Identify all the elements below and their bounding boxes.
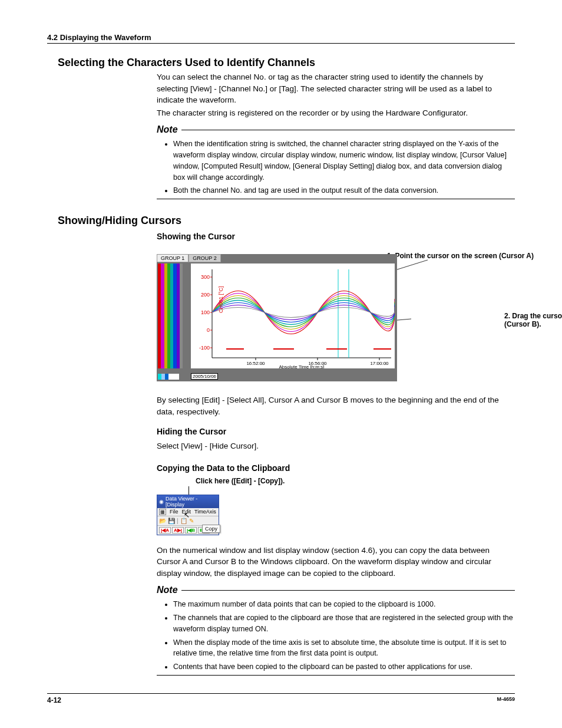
tab-group-1[interactable]: GROUP 1: [157, 254, 189, 262]
mini-titlebar: ◉ Data Viewer - [Display: [157, 495, 219, 508]
heading-selecting-characters: Selecting the Characters Used to Identif…: [58, 57, 515, 69]
waveform-window: GROUP 1 GROUP 2 300 200 100: [157, 254, 397, 381]
copy-tooltip: Copy: [202, 525, 220, 533]
paragraph: You can select the channel No. or tag as…: [157, 71, 515, 106]
waveform-plot[interactable]: 300 200 100 0 -100 16:52:00: [191, 263, 395, 368]
note-item: When the display mode of the time axis i…: [173, 637, 515, 660]
note-label: Note: [157, 124, 178, 135]
subheading-showing-cursor: Showing the Cursor: [157, 230, 515, 242]
cursor-prev-a[interactable]: |◀A: [159, 527, 171, 533]
paragraph: Select [View] - [Hide Cursor].: [157, 440, 515, 452]
cursor-next-a[interactable]: A▶|: [172, 527, 184, 533]
paragraph: On the numerical window and list display…: [157, 545, 515, 579]
note-item: Contents that have been copied to the cl…: [173, 661, 515, 673]
app-icon: ◉: [159, 499, 164, 505]
callout-leader: [189, 486, 189, 495]
menu-timeaxis[interactable]: TimeAxis: [194, 509, 216, 515]
manual-number: M-4659: [497, 696, 515, 704]
page: 4.2 Displaying the Waveform Selecting th…: [0, 0, 562, 728]
paragraph: The character string is registered on th…: [157, 107, 515, 119]
note-block: Note The maximum number of data points t…: [157, 585, 515, 676]
channel-color-strip: [158, 263, 183, 368]
note-end-rule: [157, 675, 515, 676]
note-end-rule: [157, 199, 515, 199]
paragraph: By selecting [Edit] - [Select All], Curs…: [157, 394, 515, 417]
page-number: 4-12: [47, 696, 61, 704]
waveform-illustration: 1. Point the cursor on the screen (Curso…: [157, 254, 498, 381]
note-rule: [181, 130, 515, 130]
heading-showing-hiding-cursors: Showing/Hiding Cursors: [58, 215, 515, 227]
callout-cursor-b-line2: (Cursor B).: [504, 320, 562, 328]
running-header: 4.2 Displaying the Waveform: [47, 33, 515, 44]
body-text: You can select the channel No. or tag as…: [157, 71, 515, 118]
date-indicator: 2005/10/06: [191, 373, 218, 380]
mini-title-text: Data Viewer - [Display: [166, 496, 217, 508]
tab-group-2[interactable]: GROUP 2: [189, 254, 220, 262]
note-item: The channels that are copied to the clip…: [173, 612, 515, 635]
subheading-hiding-cursor: Hiding the Cursor: [157, 426, 515, 437]
channel-chips: [158, 374, 179, 380]
edit-copy-illustration: Click here ([Edit] - [Copy]). ◉ Data Vie…: [157, 477, 219, 535]
cursor-pointer-icon: ↖: [184, 511, 190, 519]
save-icon[interactable]: 💾: [168, 518, 175, 524]
y-axis-label: CH001 [°C]: [218, 286, 224, 314]
copy-callout: Click here ([Edit] - [Copy]).: [196, 477, 219, 485]
note-block: Note When the identification string is s…: [157, 124, 515, 199]
page-footer: 4-12 M-4659: [47, 693, 515, 704]
note-rule: [181, 590, 515, 591]
note-item: When the identification string is switch…: [173, 139, 515, 183]
subheading-copying-clipboard: Copying the Data to the Clipboard: [157, 462, 515, 474]
menu-file[interactable]: File: [170, 509, 178, 515]
window-icon: ▦: [159, 509, 166, 515]
note-item: Both the channel No. and tag are used in…: [173, 185, 515, 196]
note-label: Note: [157, 585, 178, 595]
open-icon[interactable]: 📂: [159, 518, 166, 524]
cursor-prev-b[interactable]: |◀B: [185, 527, 197, 533]
note-item: The maximum number of data points that c…: [173, 599, 515, 610]
callout-cursor-b-line1: 2. Drag the cursor: [504, 312, 562, 320]
